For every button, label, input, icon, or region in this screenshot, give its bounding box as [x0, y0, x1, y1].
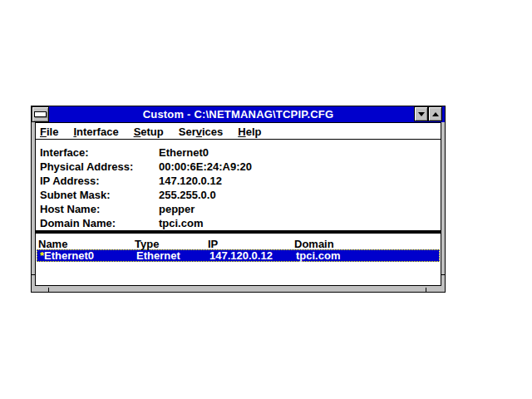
interface-table: Name Type IP Domain *Ethernet0 Ethernet …	[36, 234, 441, 285]
cell-ip: 147.120.0.12	[209, 250, 296, 261]
caption-buttons	[414, 106, 442, 122]
info-label: IP Address:	[40, 174, 159, 188]
menu-label-accel: S	[134, 126, 141, 138]
window-frame: File Interface Setup Services Help Inter…	[32, 122, 445, 289]
cell-name: *Ethernet0	[40, 250, 136, 261]
title-bar[interactable]: Custom - C:\NETMANAG\TCPIP.CFG	[32, 106, 445, 122]
info-label: Domain Name:	[40, 216, 159, 230]
info-label: Physical Address:	[40, 160, 159, 174]
menu-item-setup[interactable]: Setup	[128, 125, 170, 138]
app-window: Custom - C:\NETMANAG\TCPIP.CFG File Inte…	[31, 106, 446, 293]
window-title: Custom - C:\NETMANAG\TCPIP.CFG	[32, 108, 445, 121]
cell-name-text: Ethernet0	[44, 249, 94, 262]
desktop: { "colors": { "titlebar": "#0000CC", "ti…	[0, 0, 532, 399]
menu-item-services[interactable]: Services	[173, 125, 229, 138]
info-row-interface: Interface: Ethernet0	[40, 145, 441, 160]
menu-label-accel: F	[40, 126, 47, 138]
column-header-domain: Domain	[294, 238, 441, 250]
column-header-name: Name	[38, 238, 135, 250]
minimize-button[interactable]	[414, 106, 428, 121]
table-header-row: Name Type IP Domain	[36, 234, 441, 249]
info-row-domain-name: Domain Name: tpci.com	[40, 216, 441, 230]
table-row-ethernet0[interactable]: *Ethernet0 Ethernet 147.120.0.12 tpci.co…	[37, 249, 440, 262]
cell-domain: tpci.com	[296, 250, 439, 261]
info-value: tpci.com	[159, 216, 203, 230]
info-value: pepper	[159, 202, 195, 216]
menu-label-accel: H	[238, 126, 245, 138]
menu-label-post: etup	[140, 126, 163, 138]
frame-notch	[441, 274, 445, 275]
menu-label-post: nterface	[76, 126, 119, 138]
down-arrow-icon	[418, 112, 425, 116]
info-label: Host Name:	[40, 202, 159, 216]
menu-item-help[interactable]: Help	[232, 125, 267, 138]
info-value: 147.120.0.12	[159, 174, 222, 188]
info-row-ip-address: IP Address: 147.120.0.12	[40, 174, 441, 188]
frame-notch	[426, 288, 426, 292]
menu-label-accel: v	[196, 126, 202, 138]
info-row-physical-address: Physical Address: 00:00:6E:24:A9:20	[40, 160, 441, 174]
menu-label-pre: Ser	[179, 126, 196, 138]
menu-bar: File Interface Setup Services Help	[36, 123, 441, 140]
info-row-subnet-mask: Subnet Mask: 255.255.0.0	[40, 188, 441, 202]
cell-type: Ethernet	[136, 250, 209, 261]
menu-label-post: ices	[202, 126, 223, 138]
menu-label-post: elp	[246, 126, 262, 138]
info-value: 255.255.0.0	[159, 188, 216, 202]
info-label: Interface:	[40, 145, 159, 160]
info-value: Ethernet0	[159, 145, 209, 160]
maximize-button[interactable]	[428, 106, 442, 121]
menu-label-post: ile	[47, 126, 58, 138]
frame-notch	[48, 288, 49, 292]
info-label: Subnet Mask:	[40, 188, 159, 202]
menu-item-interface[interactable]: Interface	[67, 125, 124, 138]
info-row-host-name: Host Name: pepper	[40, 202, 441, 216]
menu-item-file[interactable]: File	[36, 125, 64, 138]
column-header-ip: IP	[208, 238, 294, 250]
client-area: File Interface Setup Services Help Inter…	[35, 122, 441, 286]
frame-notch	[32, 274, 36, 275]
column-header-type: Type	[135, 238, 208, 250]
info-value: 00:00:6E:24:A9:20	[159, 160, 252, 174]
up-arrow-icon	[432, 112, 439, 116]
info-panel: Interface: Ethernet0 Physical Address: 0…	[36, 140, 441, 230]
